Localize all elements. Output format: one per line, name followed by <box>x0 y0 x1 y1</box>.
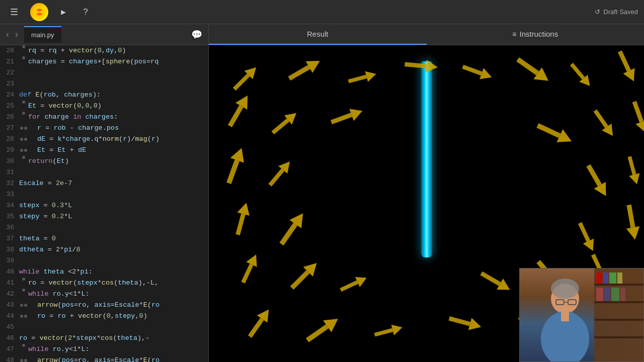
svg-rect-79 <box>604 288 610 301</box>
svg-marker-10 <box>479 68 494 83</box>
svg-rect-59 <box>306 324 329 342</box>
webcam-video <box>520 268 643 361</box>
toolbar: ☰ ▶ ? ↺ Draft Saved <box>0 0 644 24</box>
table-row: 48 arrow(pos=ro, axis=Escale*E(ro <box>0 355 208 362</box>
field-arrow <box>274 208 311 250</box>
svg-rect-63 <box>448 316 470 326</box>
table-row: 47 while ro.y<1*L: <box>0 344 208 355</box>
help-button[interactable]: ? <box>78 5 93 19</box>
field-arrow <box>223 92 257 131</box>
field-arrow <box>347 67 379 91</box>
svg-rect-25 <box>593 109 608 128</box>
table-row: 22 <box>0 67 208 78</box>
table-row: 26 for charge in charges: <box>0 112 208 123</box>
svg-rect-78 <box>596 288 603 301</box>
table-row: 33 <box>0 189 208 200</box>
svg-marker-46 <box>246 252 262 267</box>
file-tab[interactable]: main.py <box>24 26 61 43</box>
app-logo <box>30 3 48 21</box>
table-row: 31 <box>0 167 208 178</box>
table-row: 46 ro = vector(2*stepx*cos(theta),- <box>0 333 208 344</box>
comment-button[interactable]: 💬 <box>191 29 208 40</box>
field-arrow <box>329 104 366 132</box>
result-tab[interactable]: Result <box>209 24 427 45</box>
svg-rect-9 <box>462 65 482 75</box>
svg-rect-43 <box>627 204 635 228</box>
svg-rect-74 <box>596 273 602 284</box>
field-arrow <box>404 56 439 77</box>
svg-rect-76 <box>609 273 616 284</box>
svg-marker-24 <box>556 129 575 147</box>
field-arrow <box>587 106 619 141</box>
table-row: 25 Et = vector(0,0,0) <box>0 101 208 112</box>
svg-rect-49 <box>340 280 358 292</box>
svg-rect-57 <box>248 317 264 337</box>
svg-rect-35 <box>628 156 636 175</box>
svg-rect-7 <box>405 62 427 68</box>
field-arrow <box>565 59 596 92</box>
field-arrow <box>268 107 302 140</box>
menu-icon[interactable]: ☰ <box>6 4 22 20</box>
svg-rect-47 <box>290 270 309 290</box>
svg-marker-50 <box>355 273 368 287</box>
svg-rect-51 <box>480 271 502 286</box>
main-area: ‹ › main.py 💬 20 rq = rq + vector(0,dy,0… <box>0 24 644 362</box>
table-row: 29 Et = Et + dE <box>0 145 208 156</box>
svg-marker-62 <box>391 322 404 335</box>
svg-rect-1 <box>233 74 250 91</box>
play-button[interactable]: ▶ <box>56 5 70 19</box>
table-row: 45 <box>0 322 208 333</box>
visualization <box>209 45 644 362</box>
field-arrow <box>372 321 405 344</box>
result-canvas[interactable] <box>209 45 644 362</box>
field-arrow <box>625 99 644 136</box>
field-arrow <box>580 161 613 201</box>
tab-next-button[interactable]: › <box>13 28 20 41</box>
table-row: 35 stepy = 0.2*L <box>0 211 208 222</box>
svg-rect-11 <box>516 57 539 75</box>
svg-marker-36 <box>629 173 642 186</box>
svg-rect-15 <box>618 50 631 72</box>
svg-rect-17 <box>228 105 244 127</box>
instructions-tab[interactable]: ≡ Instructions <box>427 24 645 45</box>
webcam-overlay <box>519 268 644 362</box>
field-arrow <box>459 59 495 86</box>
tab-navigation: ‹ › <box>0 28 24 41</box>
field-arrow <box>286 257 324 296</box>
field-arrow <box>229 62 263 97</box>
svg-rect-21 <box>331 113 352 124</box>
field-arrow <box>236 251 265 287</box>
table-row: 23 <box>0 78 208 89</box>
table-row: 20 rq = rq + vector(0,dy,0) <box>0 45 208 56</box>
field-arrow <box>230 201 256 237</box>
svg-rect-29 <box>226 159 239 184</box>
table-row: 42 while ro.y<1*L: <box>0 289 208 300</box>
svg-rect-80 <box>611 288 619 301</box>
person-silhouette <box>520 268 644 362</box>
table-row: 36 <box>0 222 208 233</box>
table-row: 34 stepx = 0.3*L <box>0 200 208 211</box>
svg-marker-52 <box>497 279 514 296</box>
field-arrow <box>619 203 643 241</box>
field-arrow <box>476 266 514 298</box>
svg-rect-19 <box>271 118 289 134</box>
svg-marker-6 <box>365 69 377 82</box>
svg-rect-33 <box>587 164 602 187</box>
svg-rect-39 <box>279 222 297 245</box>
save-status: ↺ Draft Saved <box>595 8 638 16</box>
field-arrow <box>571 220 600 255</box>
table-row: 30 return(Et) <box>0 156 208 167</box>
tab-prev-button[interactable]: ‹ <box>4 28 11 41</box>
svg-marker-30 <box>230 145 249 162</box>
cylinder-object <box>421 61 432 258</box>
code-panel: ‹ › main.py 💬 20 rq = rq + vector(0,dy,0… <box>0 24 209 362</box>
code-area[interactable]: 20 rq = rq + vector(0,dy,0) 21 charges =… <box>0 45 208 362</box>
result-tabs: Result ≡ Instructions <box>209 24 644 45</box>
field-arrow <box>285 53 325 87</box>
table-row: 27 r = rob - charge.pos <box>0 123 208 134</box>
svg-rect-88 <box>561 311 569 321</box>
field-arrow <box>337 271 370 298</box>
svg-rect-61 <box>374 328 393 337</box>
svg-marker-8 <box>426 60 438 73</box>
svg-marker-64 <box>468 318 483 333</box>
